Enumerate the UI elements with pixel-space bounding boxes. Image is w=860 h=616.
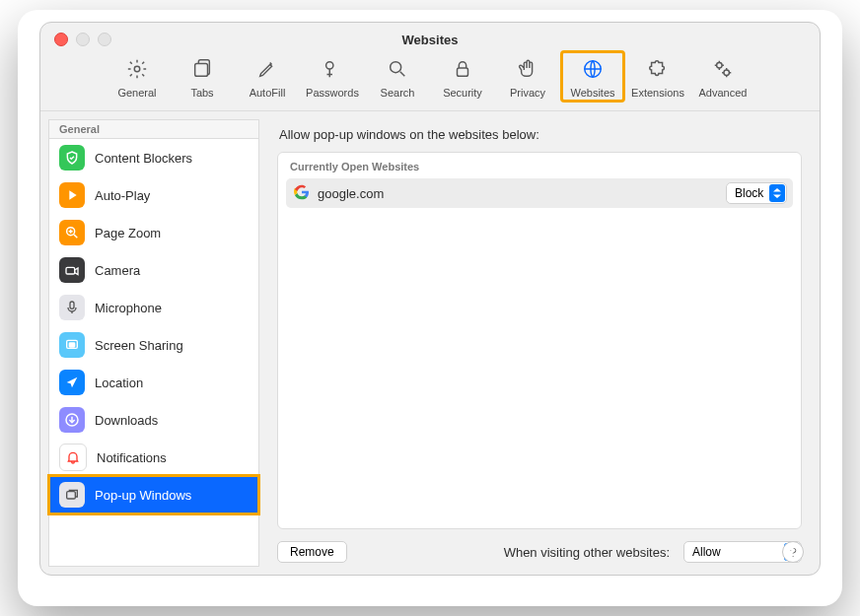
tab-label: Websites <box>570 87 614 99</box>
sidebar-item-content-blockers[interactable]: Content Blockers <box>49 139 258 176</box>
preferences-window: Websites General Tabs AutoFill Passwords <box>39 22 821 576</box>
tab-label: Extensions <box>631 87 684 99</box>
website-row[interactable]: google.com Block <box>286 178 793 208</box>
hand-icon <box>517 58 538 83</box>
sidebar-item-label: Auto-Play <box>95 188 150 203</box>
sidebar-item-label: Location <box>95 376 143 390</box>
sidebar-item-label: Pop-up Windows <box>95 488 191 503</box>
download-icon <box>59 407 85 433</box>
svg-rect-9 <box>66 267 75 274</box>
tab-search[interactable]: Search <box>369 56 426 99</box>
tabs-icon <box>191 58 213 83</box>
sidebar-item-page-zoom[interactable]: Page Zoom <box>49 214 258 251</box>
sidebar-item-label: Page Zoom <box>95 226 161 240</box>
sidebar-item-screen-sharing[interactable]: Screen Sharing <box>49 326 258 364</box>
svg-point-0 <box>134 66 140 72</box>
zoom-in-icon <box>59 220 85 245</box>
main-panel: Allow pop-up windows on the websites bel… <box>259 111 820 575</box>
svg-rect-1 <box>195 64 208 77</box>
play-icon <box>59 182 85 208</box>
sidebar-item-microphone[interactable]: Microphone <box>49 289 258 326</box>
sidebar-item-label: Microphone <box>95 301 162 315</box>
camera-icon <box>59 257 85 283</box>
footer: Remove When visiting other websites: All… <box>277 541 802 563</box>
prefs-toolbar: General Tabs AutoFill Passwords Search S… <box>40 56 820 111</box>
tab-passwords[interactable]: Passwords <box>304 56 361 99</box>
help-button[interactable]: ? <box>782 541 804 563</box>
google-favicon-icon <box>294 184 310 203</box>
bell-icon <box>59 444 87 471</box>
tab-label: Security <box>443 87 482 99</box>
tab-label: Passwords <box>306 87 359 99</box>
sidebar-item-label: Notifications <box>97 450 167 465</box>
row-setting-value[interactable]: Block <box>726 182 787 204</box>
tab-tabs[interactable]: Tabs <box>174 56 231 99</box>
svg-rect-12 <box>69 343 74 347</box>
remove-button[interactable]: Remove <box>277 541 347 563</box>
tab-label: Tabs <box>190 87 213 99</box>
sidebar: General Content Blockers Auto-Play Page … <box>48 119 259 567</box>
sidebar-item-label: Content Blockers <box>95 151 192 166</box>
window-stack-icon <box>59 482 85 508</box>
svg-point-3 <box>391 62 401 73</box>
tab-extensions[interactable]: Extensions <box>629 56 686 99</box>
tab-label: Privacy <box>510 87 545 99</box>
gears-icon <box>712 58 734 83</box>
search-icon <box>387 58 408 83</box>
sidebar-item-popup-windows[interactable]: Pop-up Windows <box>49 476 258 513</box>
sidebar-item-label: Screen Sharing <box>95 338 183 353</box>
tab-label: Search <box>381 87 415 99</box>
tab-autofill[interactable]: AutoFill <box>239 56 296 99</box>
other-websites-label: When visiting other websites: <box>504 545 670 560</box>
svg-point-7 <box>724 70 730 76</box>
microphone-icon <box>59 295 85 320</box>
sidebar-item-location[interactable]: Location <box>49 364 258 401</box>
website-list: Currently Open Websites google.com Block <box>277 152 802 529</box>
tab-privacy[interactable]: Privacy <box>499 56 556 99</box>
sidebar-header: General <box>49 120 258 139</box>
location-arrow-icon <box>59 370 85 395</box>
shield-check-icon <box>59 145 85 171</box>
key-icon <box>322 58 343 83</box>
sidebar-item-auto-play[interactable]: Auto-Play <box>49 176 258 214</box>
list-header: Currently Open Websites <box>278 153 801 178</box>
puzzle-icon <box>647 58 669 83</box>
tab-security[interactable]: Security <box>434 56 491 99</box>
sidebar-item-camera[interactable]: Camera <box>49 251 258 289</box>
sidebar-item-downloads[interactable]: Downloads <box>49 401 258 439</box>
gear-icon <box>126 58 148 83</box>
titlebar: Websites <box>40 23 820 56</box>
svg-rect-4 <box>458 68 468 76</box>
screen-share-icon <box>59 332 85 358</box>
pencil-icon <box>256 58 278 83</box>
tab-general[interactable]: General <box>108 56 166 99</box>
website-domain: google.com <box>318 186 384 201</box>
tab-label: General <box>117 87 156 99</box>
svg-point-6 <box>717 63 723 69</box>
main-heading: Allow pop-up windows on the websites bel… <box>279 127 800 142</box>
window-title: Websites <box>40 33 820 47</box>
svg-rect-14 <box>67 492 76 499</box>
help-glyph: ? <box>789 545 796 560</box>
tab-label: AutoFill <box>250 87 286 99</box>
globe-icon <box>582 58 604 83</box>
lock-icon <box>452 58 473 83</box>
tab-label: Advanced <box>699 87 748 99</box>
row-setting-select[interactable]: Block <box>726 182 787 204</box>
sidebar-item-label: Camera <box>95 263 140 278</box>
sidebar-item-label: Downloads <box>95 413 158 428</box>
svg-point-2 <box>326 62 333 69</box>
tab-websites[interactable]: Websites <box>564 56 621 99</box>
tab-advanced[interactable]: Advanced <box>694 56 752 99</box>
svg-rect-10 <box>70 302 74 308</box>
sidebar-item-notifications[interactable]: Notifications <box>49 439 258 476</box>
